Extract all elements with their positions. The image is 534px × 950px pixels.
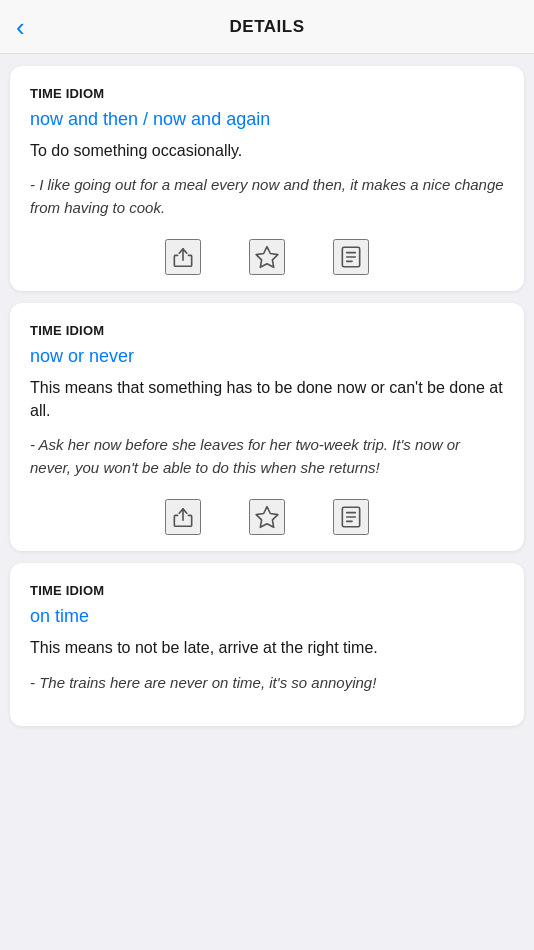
card-1-favorite-button[interactable] <box>249 239 285 275</box>
card-1-title: now and then / now and again <box>30 109 504 130</box>
card-2-share-button[interactable] <box>165 499 201 535</box>
card-1-actions <box>30 235 504 275</box>
card-on-time: TIME IDIOM on time This means to not be … <box>10 563 524 726</box>
star-icon <box>254 244 280 270</box>
card-1-notes-button[interactable] <box>333 239 369 275</box>
header: ‹ DETAILS <box>0 0 534 54</box>
card-1-share-button[interactable] <box>165 239 201 275</box>
card-2-actions <box>30 495 504 535</box>
back-button[interactable]: ‹ <box>16 14 25 40</box>
star-icon <box>254 504 280 530</box>
card-3-title: on time <box>30 606 504 627</box>
card-2-title: now or never <box>30 346 504 367</box>
card-2-category: TIME IDIOM <box>30 323 504 338</box>
notes-icon <box>338 244 364 270</box>
card-1-category: TIME IDIOM <box>30 86 504 101</box>
svg-marker-7 <box>256 507 278 528</box>
svg-marker-1 <box>256 247 278 268</box>
card-2-notes-button[interactable] <box>333 499 369 535</box>
card-2-example: - Ask her now before she leaves for her … <box>30 434 504 479</box>
card-1-example: - I like going out for a meal every now … <box>30 174 504 219</box>
card-3-definition: This means to not be late, arrive at the… <box>30 637 504 659</box>
card-now-and-then: TIME IDIOM now and then / now and again … <box>10 66 524 291</box>
share-icon <box>170 244 196 270</box>
page-title: DETAILS <box>230 17 305 37</box>
card-3-example: - The trains here are never on time, it'… <box>30 672 504 695</box>
card-3-category: TIME IDIOM <box>30 583 504 598</box>
notes-icon <box>338 504 364 530</box>
content: TIME IDIOM now and then / now and again … <box>0 54 534 738</box>
card-1-definition: To do something occasionally. <box>30 140 504 162</box>
card-2-favorite-button[interactable] <box>249 499 285 535</box>
card-now-or-never: TIME IDIOM now or never This means that … <box>10 303 524 551</box>
share-icon <box>170 504 196 530</box>
card-2-definition: This means that something has to be done… <box>30 377 504 422</box>
